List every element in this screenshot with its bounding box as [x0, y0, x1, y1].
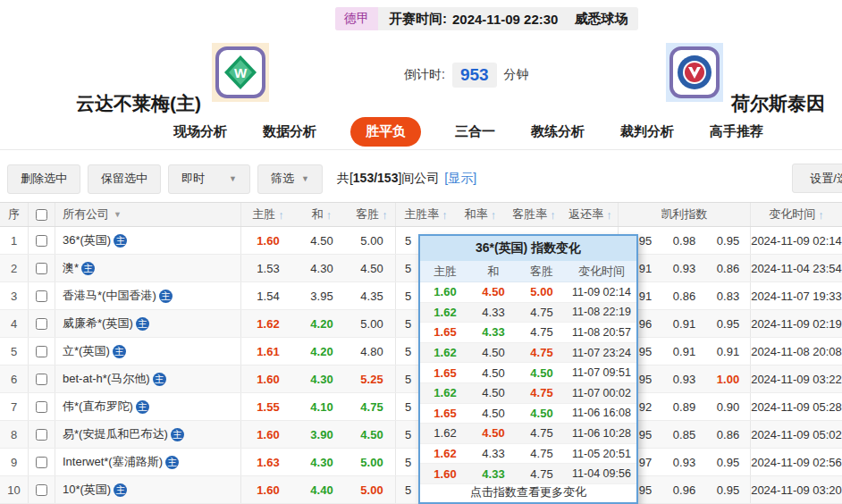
row-index: 2 — [0, 255, 29, 281]
row-checkbox[interactable] — [36, 290, 47, 302]
popup-draw-odds: 4.50 — [470, 346, 517, 359]
home-odds[interactable]: 1.60 — [241, 365, 295, 392]
home-odds[interactable]: 1.55 — [241, 393, 295, 420]
away-odds[interactable]: 5.00 — [349, 227, 396, 254]
popup-row: 1.60 4.50 5.00 11-09 02:14 — [420, 282, 636, 303]
draw-odds[interactable]: 3.95 — [295, 282, 349, 309]
row-checkbox[interactable] — [36, 401, 47, 413]
col-header-home-rate[interactable]: 主胜率↑ — [396, 203, 456, 226]
sort-asc-icon: ↑ — [550, 208, 556, 222]
company-cell[interactable]: 易*(安提瓜和巴布达) 主 — [55, 421, 241, 448]
tab-教练分析[interactable]: 教练分析 — [529, 117, 586, 147]
company-cell[interactable]: 10*(英国) 主 — [55, 476, 241, 503]
col-header-change-time[interactable]: 变化时间↑ — [751, 203, 842, 226]
settings-select-button[interactable]: 设置/选择 — [792, 164, 842, 193]
company-cell[interactable]: 威廉希*(英国) 主 — [55, 310, 241, 337]
tab-裁判分析[interactable]: 裁判分析 — [619, 117, 676, 147]
company-cell[interactable]: 立*(英国) 主 — [55, 338, 241, 365]
row-checkbox[interactable] — [36, 429, 47, 441]
home-badge-icon: 主 — [171, 428, 184, 441]
away-odds[interactable]: 4.50 — [349, 421, 396, 448]
popup-more-link[interactable]: 点击指数查看更多变化 — [420, 484, 636, 504]
company-cell[interactable]: Interwet*(塞浦路斯) 主 — [55, 449, 241, 475]
home-odds[interactable]: 1.60 — [241, 227, 295, 254]
popup-change-time: 11-07 23:24 — [567, 347, 636, 359]
table-header-row: 序 所有公司▼ 主胜↑ 和↑ 客胜↑ 主胜率↑ 和率↑ 客胜率↑ 返还率↑ 凯利… — [0, 202, 842, 227]
popup-away-odds: 4.75 — [517, 467, 567, 481]
col-header-draw[interactable]: 和↑ — [295, 203, 349, 226]
odds-change-popup: 36*(英国) 指数变化 主胜 和 客胜 变化时间 1.60 4.50 5.00… — [418, 234, 638, 504]
home-odds[interactable]: 1.63 — [241, 449, 295, 475]
draw-odds[interactable]: 4.40 — [295, 476, 349, 503]
col-header-home-win[interactable]: 主胜↑ — [241, 203, 295, 226]
popup-home-odds: 1.60 — [420, 467, 470, 481]
company-cell[interactable]: 36*(英国) 主 — [55, 227, 241, 254]
show-link[interactable]: [显示] — [444, 171, 476, 185]
row-checkbox[interactable] — [36, 318, 47, 330]
keep-selected-button[interactable]: 保留选中 — [88, 164, 161, 194]
draw-odds[interactable]: 4.30 — [295, 449, 349, 475]
row-index: 9 — [0, 449, 29, 475]
odds-mode-select[interactable]: 即时 ▼ — [168, 164, 250, 194]
row-index: 10 — [0, 476, 29, 503]
company-cell[interactable]: 伟*(直布罗陀) 主 — [55, 393, 241, 420]
row-checkbox[interactable] — [36, 374, 47, 385]
col-header-return-rate[interactable]: 返还率↑ — [563, 203, 619, 226]
home-badge-icon: 主 — [159, 290, 173, 303]
tab-数据分析[interactable]: 数据分析 — [261, 117, 318, 147]
select-all-checkbox[interactable] — [36, 209, 47, 221]
away-odds[interactable]: 4.75 — [349, 393, 396, 420]
home-badge-icon: 主 — [165, 456, 179, 469]
away-odds[interactable]: 5.00 — [349, 449, 396, 475]
popup-away-odds: 4.75 — [517, 426, 567, 440]
tab-胜平负[interactable]: 胜平负 — [350, 117, 421, 147]
row-checkbox[interactable] — [36, 457, 47, 468]
draw-odds[interactable]: 4.20 — [295, 310, 349, 337]
popup-away-odds: 4.50 — [517, 366, 567, 380]
draw-odds[interactable]: 4.20 — [295, 338, 349, 365]
col-header-away-rate[interactable]: 客胜率↑ — [505, 203, 563, 226]
away-odds[interactable]: 4.80 — [349, 338, 396, 365]
row-checkbox[interactable] — [36, 235, 47, 247]
company-count-summary: 共[153/153]间公司[显示] — [337, 171, 476, 187]
row-checkbox[interactable] — [36, 346, 47, 357]
col-header-company[interactable]: 所有公司▼ — [55, 203, 241, 226]
col-header-draw-rate[interactable]: 和率↑ — [456, 203, 505, 226]
away-odds[interactable]: 4.50 — [349, 255, 396, 281]
row-checkbox[interactable] — [36, 263, 47, 274]
popup-change-time: 11-09 02:14 — [567, 286, 636, 298]
match-info-bar: 德甲 开赛时间: 2024-11-09 22:30 威悉球场 — [335, 7, 638, 30]
company-name: 澳* — [63, 260, 79, 276]
delete-selected-button[interactable]: 删除选中 — [7, 164, 80, 194]
draw-odds[interactable]: 3.90 — [295, 421, 349, 448]
filter-button[interactable]: 筛选 ▼ — [257, 164, 323, 194]
away-odds[interactable]: 4.35 — [349, 282, 396, 309]
away-odds[interactable]: 5.00 — [349, 476, 396, 503]
tab-现场分析[interactable]: 现场分析 — [172, 117, 229, 147]
away-odds[interactable]: 5.25 — [349, 365, 396, 392]
company-cell[interactable]: bet-at-h*(马尔他) 主 — [55, 365, 241, 392]
home-team-name: 云达不莱梅(主) — [76, 91, 201, 116]
change-time: 2024-11-09 02:14 — [751, 227, 842, 254]
company-cell[interactable]: 香港马*(中国香港) 主 — [55, 282, 241, 309]
draw-odds[interactable]: 4.30 — [295, 365, 349, 392]
tab-三合一[interactable]: 三合一 — [453, 117, 497, 147]
row-checkbox[interactable] — [36, 484, 47, 496]
home-odds[interactable]: 1.60 — [241, 476, 295, 503]
company-name: 10*(英国) — [63, 482, 111, 498]
popup-body: 1.60 4.50 5.00 11-09 02:14 1.62 4.33 4.7… — [420, 282, 636, 484]
home-odds[interactable]: 1.61 — [241, 338, 295, 365]
away-odds[interactable]: 5.00 — [349, 310, 396, 337]
popup-home-odds: 1.65 — [420, 407, 470, 420]
draw-odds[interactable]: 4.30 — [295, 255, 349, 281]
home-odds[interactable]: 1.60 — [241, 421, 295, 448]
home-odds[interactable]: 1.62 — [241, 310, 295, 337]
home-odds[interactable]: 1.53 — [241, 255, 295, 281]
company-cell[interactable]: 澳* 主 — [55, 255, 241, 281]
draw-odds[interactable]: 4.50 — [295, 227, 349, 254]
tab-高手推荐[interactable]: 高手推荐 — [708, 117, 765, 147]
home-odds[interactable]: 1.54 — [241, 282, 295, 309]
draw-odds[interactable]: 4.10 — [295, 393, 349, 420]
popup-home-odds: 1.65 — [420, 366, 470, 380]
col-header-away-win[interactable]: 客胜↑ — [349, 203, 396, 226]
